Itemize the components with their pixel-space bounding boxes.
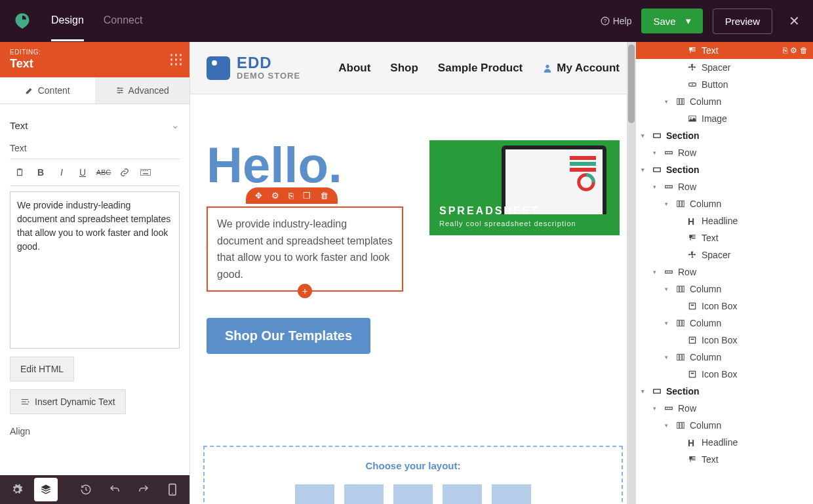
tree-item-row[interactable]: ▾Row (636, 178, 813, 195)
edit-html-button[interactable]: Edit HTML (10, 357, 74, 381)
tree-item-spacer[interactable]: Spacer (636, 59, 813, 76)
link-button[interactable] (115, 163, 134, 182)
svg-rect-9 (144, 170, 144, 171)
nav-tab-connect[interactable]: Connect (104, 1, 143, 41)
tree-item-text[interactable]: Text (636, 451, 813, 468)
redo-button[interactable] (132, 478, 155, 501)
canvas-scrollbar[interactable] (627, 42, 636, 504)
underline-button[interactable]: U (73, 163, 92, 182)
tree-arrow-icon[interactable]: ▾ (653, 184, 660, 190)
text-section-header[interactable]: Text ⌄ (10, 114, 180, 136)
keyboard-button[interactable] (136, 163, 155, 182)
insert-dynamic-text-button[interactable]: Insert Dynamic Text (10, 389, 126, 414)
tree-settings-icon[interactable]: ⚙ (790, 46, 797, 55)
text-content-editor[interactable]: We provide industry-leading document and… (10, 191, 180, 349)
tree-delete-icon[interactable]: 🗑 (800, 46, 808, 55)
delete-element-icon[interactable]: 🗑 (320, 191, 328, 201)
drag-handle-icon[interactable] (170, 54, 182, 66)
tree-arrow-icon[interactable]: ▾ (641, 132, 648, 139)
tree-copy-icon[interactable]: ⎘ (783, 46, 787, 55)
strikethrough-button[interactable]: ABC (94, 163, 113, 182)
duplicate-element-icon[interactable]: ⎘ (288, 191, 294, 201)
tree-item-column[interactable]: ▾Column (636, 315, 813, 332)
tree-item-column[interactable]: ▾Column (636, 195, 813, 212)
nav-shop[interactable]: Shop (390, 62, 418, 75)
redo-icon (138, 484, 149, 495)
settings-element-icon[interactable]: ⚙ (271, 191, 279, 201)
tree-arrow-icon[interactable]: ▾ (665, 201, 671, 207)
tree-item-column[interactable]: ▾Column (636, 349, 813, 366)
svg-rect-19 (677, 98, 679, 104)
tree-item-headline[interactable]: HHeadline (636, 434, 813, 451)
tree-arrow-icon[interactable]: ▾ (665, 354, 671, 360)
tree-arrow-icon[interactable]: ▾ (665, 98, 671, 105)
promo-card[interactable]: SPREADSHEET Really cool spreadsheet desc… (429, 140, 620, 235)
tree-item-spacer[interactable]: Spacer (636, 246, 813, 263)
tree-item-headline[interactable]: HHeadline (636, 212, 813, 229)
help-link[interactable]: ? Help (601, 16, 632, 26)
tree-arrow-icon[interactable]: ▾ (641, 388, 648, 395)
mobile-preview-button[interactable] (161, 478, 184, 501)
tree-item-text[interactable]: Text⎘⚙🗑 (636, 42, 813, 59)
tree-arrow-icon[interactable]: ▾ (665, 320, 671, 326)
layers-button[interactable] (34, 478, 58, 501)
layout-option-5[interactable] (492, 484, 531, 504)
tree-item-section[interactable]: ▾Section (636, 127, 813, 144)
row-icon (664, 403, 674, 414)
tree-arrow-icon[interactable]: ▾ (653, 149, 660, 156)
tree-item-section[interactable]: ▾Section (636, 383, 813, 400)
canvas[interactable]: EDD DEMO STORE About Shop Sample Product… (190, 42, 636, 504)
move-element-icon[interactable]: ✥ (255, 191, 262, 201)
tree-item-section[interactable]: ▾Section (636, 161, 813, 178)
tree-item-column[interactable]: ▾Column (636, 93, 813, 110)
selected-text-element[interactable]: 〈 We provide industry-leading document a… (207, 206, 403, 292)
tree-item-image[interactable]: Image (636, 110, 813, 127)
close-editor-icon[interactable]: ✕ (789, 13, 800, 29)
tree-item-row[interactable]: ▾Row (636, 400, 813, 417)
layout-chooser[interactable]: Choose your layout: (203, 446, 623, 504)
history-button[interactable] (74, 478, 98, 501)
tree-label: Headline (702, 216, 738, 226)
tree-item-row[interactable]: ▾Row (636, 263, 813, 281)
collapse-arrow-icon[interactable]: 〈 (200, 243, 208, 256)
nav-sample-product[interactable]: Sample Product (438, 62, 523, 75)
tree-arrow-icon[interactable]: ▾ (653, 269, 660, 275)
tree-arrow-icon[interactable]: ▾ (665, 286, 671, 292)
hero-headline[interactable]: Hello. (207, 140, 410, 190)
mobile-icon (168, 483, 177, 496)
settings-button[interactable] (5, 478, 29, 501)
italic-button[interactable]: I (52, 163, 71, 182)
undo-button[interactable] (103, 478, 127, 501)
tab-advanced[interactable]: Advanced (95, 77, 190, 104)
tree-arrow-icon[interactable]: ▾ (641, 166, 648, 173)
paste-button[interactable] (10, 163, 30, 182)
layout-option-2[interactable] (344, 484, 384, 504)
tree-item-icon-box[interactable]: Icon Box (636, 366, 813, 383)
layout-option-4[interactable] (443, 484, 482, 504)
tree-item-icon-box[interactable]: Icon Box (636, 298, 813, 315)
save-button[interactable]: Save ▾ (641, 9, 702, 33)
bold-button[interactable]: B (31, 163, 50, 182)
copy-element-icon[interactable]: ❐ (303, 191, 311, 201)
cta-button[interactable]: Shop Our Templates (207, 318, 370, 354)
tree-arrow-icon[interactable]: ▾ (653, 405, 660, 412)
preview-button[interactable]: Preview (713, 9, 772, 34)
tree-item-icon-box[interactable]: Icon Box (636, 332, 813, 349)
add-element-button[interactable]: + (298, 284, 312, 298)
tree-item-column[interactable]: ▾Column (636, 281, 813, 298)
nav-my-account[interactable]: My Account (542, 62, 620, 75)
layout-option-3[interactable] (393, 484, 433, 504)
nav-tab-design[interactable]: Design (51, 1, 84, 41)
tree-item-column[interactable]: ▾Column (636, 417, 813, 434)
tab-content[interactable]: Content (0, 77, 95, 104)
nav-about[interactable]: About (338, 62, 370, 75)
tree-item-button[interactable]: Button (636, 76, 813, 93)
svg-rect-60 (683, 422, 684, 428)
tree-arrow-icon[interactable]: ▾ (665, 422, 671, 429)
store-logo[interactable]: EDD DEMO STORE (207, 55, 300, 81)
page-nav: About Shop Sample Product My Account (338, 62, 620, 75)
layout-option-1[interactable] (295, 484, 334, 504)
tree-item-text[interactable]: Text (636, 229, 813, 246)
tree-item-row[interactable]: ▾Row (636, 144, 813, 161)
scrollbar-thumb[interactable] (628, 45, 635, 123)
